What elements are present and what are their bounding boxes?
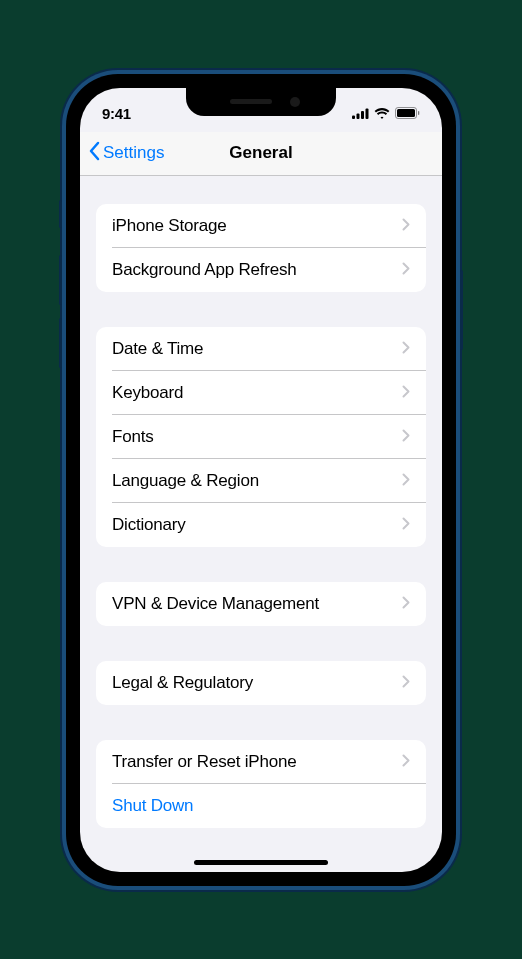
volume-down-button xyxy=(59,318,62,368)
settings-row-keyboard[interactable]: Keyboard xyxy=(96,371,426,415)
settings-row-date-time[interactable]: Date & Time xyxy=(96,327,426,371)
settings-row-fonts[interactable]: Fonts xyxy=(96,415,426,459)
svg-rect-1 xyxy=(357,113,360,119)
row-label: Dictionary xyxy=(112,515,186,535)
chevron-right-icon xyxy=(402,261,410,279)
settings-row-vpn-device-management[interactable]: VPN & Device Management xyxy=(96,582,426,626)
settings-row-background-app-refresh[interactable]: Background App Refresh xyxy=(96,248,426,292)
settings-group: iPhone StorageBackground App Refresh xyxy=(96,204,426,292)
page-title: General xyxy=(229,143,292,163)
settings-row-legal-regulatory[interactable]: Legal & Regulatory xyxy=(96,661,426,705)
volume-up-button xyxy=(59,255,62,305)
row-label: Language & Region xyxy=(112,471,259,491)
phone-frame: 9:41 Set xyxy=(62,70,460,890)
svg-rect-0 xyxy=(352,115,355,119)
settings-group: VPN & Device Management xyxy=(96,582,426,626)
settings-group: Date & TimeKeyboardFontsLanguage & Regio… xyxy=(96,327,426,547)
svg-rect-2 xyxy=(361,111,364,119)
row-label: iPhone Storage xyxy=(112,216,226,236)
row-label: VPN & Device Management xyxy=(112,594,319,614)
svg-rect-6 xyxy=(418,111,419,115)
row-label: Keyboard xyxy=(112,383,183,403)
chevron-right-icon xyxy=(402,384,410,402)
chevron-right-icon xyxy=(402,472,410,490)
mute-switch xyxy=(59,200,62,228)
back-label: Settings xyxy=(103,143,164,163)
screen: 9:41 Set xyxy=(80,88,442,872)
chevron-left-icon xyxy=(88,141,100,166)
settings-row-iphone-storage[interactable]: iPhone Storage xyxy=(96,204,426,248)
settings-row-transfer-or-reset-iphone[interactable]: Transfer or Reset iPhone xyxy=(96,740,426,784)
row-label: Legal & Regulatory xyxy=(112,673,253,693)
home-indicator[interactable] xyxy=(194,860,328,865)
chevron-right-icon xyxy=(402,595,410,613)
chevron-right-icon xyxy=(402,340,410,358)
settings-row-shut-down[interactable]: Shut Down xyxy=(96,784,426,828)
chevron-right-icon xyxy=(402,516,410,534)
row-label: Fonts xyxy=(112,427,154,447)
chevron-right-icon xyxy=(402,753,410,771)
settings-list[interactable]: iPhone StorageBackground App RefreshDate… xyxy=(80,176,442,844)
chevron-right-icon xyxy=(402,674,410,692)
battery-icon xyxy=(395,105,420,123)
chevron-right-icon xyxy=(402,217,410,235)
notch xyxy=(186,88,336,116)
nav-bar: Settings General xyxy=(80,132,442,176)
row-label: Date & Time xyxy=(112,339,203,359)
settings-group: Transfer or Reset iPhoneShut Down xyxy=(96,740,426,828)
row-label: Shut Down xyxy=(112,796,193,816)
back-button[interactable]: Settings xyxy=(88,141,164,166)
row-label: Background App Refresh xyxy=(112,260,297,280)
chevron-right-icon xyxy=(402,428,410,446)
cellular-signal-icon xyxy=(352,105,369,123)
settings-row-language-region[interactable]: Language & Region xyxy=(96,459,426,503)
row-label: Transfer or Reset iPhone xyxy=(112,752,297,772)
wifi-icon xyxy=(374,105,390,123)
settings-row-dictionary[interactable]: Dictionary xyxy=(96,503,426,547)
status-time: 9:41 xyxy=(102,105,131,122)
power-button xyxy=(460,270,463,350)
svg-rect-5 xyxy=(397,109,415,117)
settings-group: Legal & Regulatory xyxy=(96,661,426,705)
svg-rect-3 xyxy=(366,108,369,119)
